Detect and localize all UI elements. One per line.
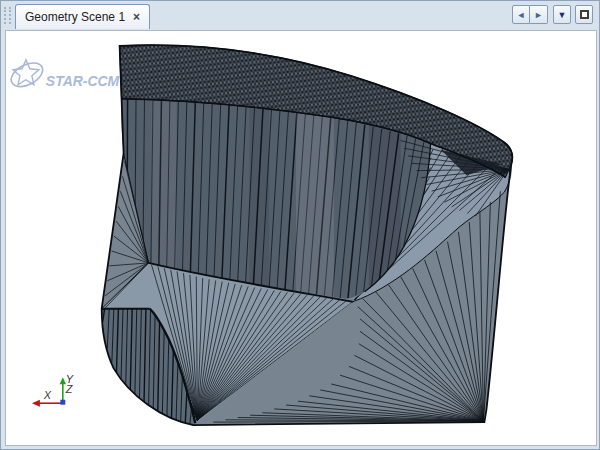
x-axis-label: X (43, 389, 52, 401)
z-axis-dot-icon (60, 400, 65, 405)
x-axis: X (32, 389, 65, 406)
scene-viewport[interactable]: STAR-CCM+ X Y Z (5, 30, 597, 446)
maximize-button[interactable] (575, 5, 593, 24)
left-triangle-icon: ◄ (517, 10, 526, 20)
right-triangle-icon: ► (534, 10, 543, 20)
z-axis-label: Z (65, 383, 73, 395)
tab-list-dropdown-button[interactable]: ▼ (553, 5, 571, 24)
watermark-logo: STAR-CCM+ (7, 58, 127, 91)
scroll-right-button[interactable]: ► (530, 5, 548, 24)
x-axis-arrow-icon (32, 400, 40, 407)
tab-close-icon[interactable]: × (133, 12, 140, 22)
tab-bar-controls: ◄ ► ▼ (512, 5, 593, 24)
maximize-icon (580, 10, 589, 19)
geometry-canvas[interactable]: STAR-CCM+ X Y Z (6, 31, 596, 445)
watermark-text: STAR-CCM+ (46, 73, 127, 89)
scene-window: Geometry Scene 1 × ◄ ► ▼ (0, 0, 600, 450)
tab-title: Geometry Scene 1 (25, 10, 125, 24)
tab-bar-grip-icon[interactable] (4, 7, 11, 24)
tab-scroll-buttons: ◄ ► (512, 5, 548, 24)
scroll-left-button[interactable]: ◄ (512, 5, 530, 24)
orientation-triad: X Y Z (32, 373, 74, 406)
down-triangle-icon: ▼ (558, 10, 567, 20)
tab-bar: Geometry Scene 1 × ◄ ► ▼ (1, 1, 599, 29)
tab-geometry-scene[interactable]: Geometry Scene 1 × (15, 4, 150, 29)
mesh-geometry (102, 45, 513, 425)
